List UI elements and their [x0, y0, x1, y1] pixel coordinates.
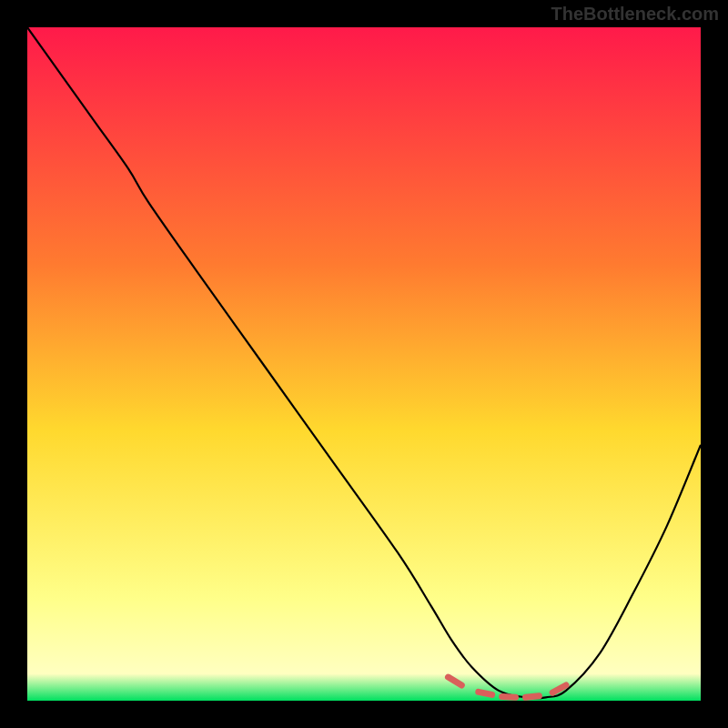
highlight-dash — [502, 697, 516, 698]
chart-container: TheBottleneck.com — [0, 0, 728, 728]
bottleneck-chart — [27, 27, 701, 701]
watermark-text: TheBottleneck.com — [551, 4, 719, 25]
gradient-background — [27, 27, 701, 701]
highlight-dash — [526, 696, 540, 697]
plot-area — [27, 27, 701, 701]
highlight-dash — [479, 692, 492, 694]
